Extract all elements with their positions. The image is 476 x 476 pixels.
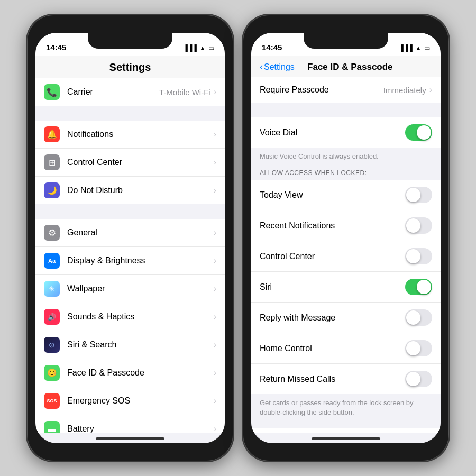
control-center-locked-row[interactable]: Control Center [251, 241, 441, 272]
spacer-2 [35, 204, 225, 219]
reply-message-toggle[interactable] [405, 309, 432, 326]
toggle-knob-recent [406, 218, 420, 233]
display-row[interactable]: Aa Display & Brightness › [35, 247, 225, 275]
display-label: Display & Brightness [67, 256, 214, 266]
return-calls-row[interactable]: Return Missed Calls [251, 364, 441, 394]
toggle-knob-reply [406, 310, 420, 325]
battery-icon-2: ▭ [424, 44, 430, 52]
status-icons-2: ▐▐▐ ▲ ▭ [399, 44, 430, 52]
control-center-icon: ⊞ [44, 154, 60, 170]
erase-data-row[interactable]: Erase Data [251, 428, 441, 433]
require-passcode-chevron: › [429, 85, 432, 95]
dnd-row[interactable]: 🌙 Do Not Disturb › [35, 177, 225, 204]
carrier-icon: 📞 [44, 84, 60, 100]
siri-locked-label: Siri [260, 282, 405, 292]
recent-notifications-label: Recent Notifications [260, 221, 405, 231]
screen-1: 14:45 ▐▐▐ ▲ ▭ Settings 📞 Carrier T-Mobil… [35, 33, 225, 443]
recent-notifications-toggle[interactable] [405, 217, 432, 234]
today-view-label: Today View [260, 190, 405, 200]
toggle-knob-cc [406, 249, 420, 263]
sounds-row[interactable]: 🔊 Sounds & Haptics › [35, 303, 225, 331]
home-control-row[interactable]: Home Control [251, 333, 441, 364]
settings-title: Settings [44, 61, 216, 74]
carrier-group: 📞 Carrier T-Mobile Wi-Fi › [35, 78, 225, 106]
require-passcode-group: Require Passcode Immediately › [251, 77, 441, 103]
phone-1: 14:45 ▐▐▐ ▲ ▭ Settings 📞 Carrier T-Mobil… [27, 15, 233, 461]
faceid-label: Face ID & Passcode [67, 368, 214, 378]
faceid-row[interactable]: 😊 Face ID & Passcode › [35, 359, 225, 387]
phone-2: 14:45 ▐▐▐ ▲ ▭ ‹ Settings Face ID & Passc… [243, 15, 449, 461]
dnd-icon: 🌙 [44, 182, 60, 198]
siri-row[interactable]: ⊙ Siri & Search › [35, 331, 225, 359]
return-calls-toggle[interactable] [405, 371, 432, 387]
carrier-value: T-Mobile Wi-Fi [159, 88, 210, 97]
sos-row[interactable]: SOS Emergency SOS › [35, 387, 225, 415]
control-center-locked-toggle[interactable] [405, 248, 432, 264]
group-2: ⚙ General › Aa Display & Brightness › ✳ [35, 219, 225, 433]
today-view-row[interactable]: Today View [251, 180, 441, 210]
general-label: General [67, 228, 214, 237]
spacer-1 [35, 106, 225, 121]
wallet-note: Get cards or passes ready from the lock … [251, 394, 441, 425]
general-row[interactable]: ⚙ General › [35, 219, 225, 247]
notifications-row[interactable]: 🔔 Notifications › [35, 121, 225, 149]
voice-dial-label: Voice Dial [260, 128, 405, 138]
require-passcode-row[interactable]: Require Passcode Immediately › [251, 77, 441, 103]
siri-icon: ⊙ [44, 337, 60, 353]
home-control-toggle[interactable] [405, 340, 432, 356]
carrier-chevron: › [214, 87, 216, 97]
notifications-label: Notifications [67, 130, 214, 139]
require-passcode-label: Require Passcode [260, 85, 383, 95]
toggle-knob-today [406, 188, 420, 202]
recent-notifications-row[interactable]: Recent Notifications [251, 210, 441, 241]
voice-dial-group: Voice Dial Music Voice Control is always… [251, 117, 441, 166]
notch-1 [88, 33, 172, 49]
control-center-row[interactable]: ⊞ Control Center › [35, 149, 225, 177]
spacer-f1 [251, 103, 441, 117]
display-icon: Aa [44, 253, 60, 269]
toggle-knob-voice [417, 125, 431, 140]
toggle-knob-return [406, 372, 420, 386]
back-label: Settings [264, 62, 295, 72]
signal-icon-2: ▐▐▐ [399, 44, 413, 52]
battery-row[interactable]: ▬ Battery › [35, 415, 225, 433]
battery-label: Battery [67, 424, 214, 433]
toggle-knob-siri [417, 280, 431, 294]
back-button[interactable]: ‹ Settings [260, 61, 307, 72]
siri-locked-toggle[interactable] [405, 279, 432, 295]
notifications-icon: 🔔 [44, 126, 60, 142]
voice-dial-row[interactable]: Voice Dial [251, 117, 441, 148]
control-center-label: Control Center [67, 158, 214, 167]
battery-icon-row: ▬ [44, 421, 60, 433]
back-chevron-icon: ‹ [260, 61, 263, 72]
faceid-page-title: Face ID & Passcode [307, 62, 432, 72]
dnd-label: Do Not Disturb [67, 186, 214, 195]
faceid-icon: 😊 [44, 365, 60, 381]
faceid-scroll[interactable]: Require Passcode Immediately › Voice Dia… [251, 77, 441, 433]
general-icon: ⚙ [44, 225, 60, 241]
status-time-2: 14:45 [262, 43, 282, 52]
wallet-note-text: Get cards or passes ready from the lock … [260, 399, 413, 416]
battery-icon: ▭ [208, 44, 214, 52]
siri-locked-row[interactable]: Siri [251, 272, 441, 303]
nav-bar-1: Settings [35, 56, 225, 78]
home-indicator-2 [312, 437, 380, 440]
wallpaper-row[interactable]: ✳ Wallpaper › [35, 275, 225, 303]
carrier-row[interactable]: 📞 Carrier T-Mobile Wi-Fi › [35, 78, 225, 106]
reply-message-row[interactable]: Reply with Message [251, 303, 441, 333]
voice-dial-note-text: Music Voice Control is always enabled. [260, 152, 379, 160]
allow-access-header: ALLOW ACCESS WHEN LOCKED: [251, 166, 441, 180]
home-indicator-1 [96, 437, 164, 440]
notch-2 [304, 33, 388, 49]
settings-scroll[interactable]: 📞 Carrier T-Mobile Wi-Fi › 🔔 Notificatio… [35, 78, 225, 433]
status-time-1: 14:45 [46, 43, 66, 52]
sounds-label: Sounds & Haptics [67, 312, 214, 322]
control-center-locked-label: Control Center [260, 252, 405, 261]
return-calls-label: Return Missed Calls [260, 374, 405, 384]
today-view-toggle[interactable] [405, 187, 432, 203]
wifi-icon-2: ▲ [415, 44, 422, 52]
sos-label: Emergency SOS [67, 396, 214, 406]
group-1: 🔔 Notifications › ⊞ Control Center › 🌙 [35, 121, 225, 204]
locked-items-group: Today View Recent Notifications Control … [251, 180, 441, 394]
voice-dial-toggle[interactable] [405, 124, 432, 141]
